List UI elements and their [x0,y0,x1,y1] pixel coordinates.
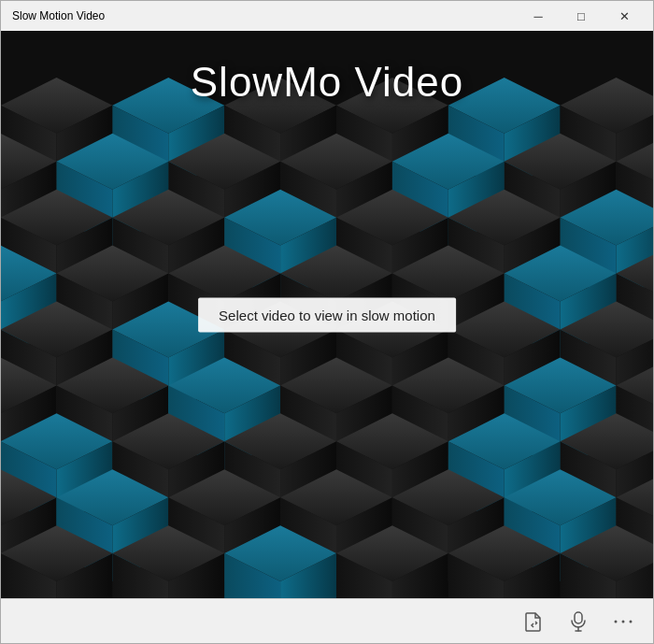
maximize-button[interactable]: □ [560,1,603,31]
more-icon [614,619,633,624]
content-area: SlowMo Video Select video to view in slo… [1,31,653,598]
titlebar: Slow Motion Video ─ □ ✕ [1,1,653,31]
file-button[interactable] [515,605,552,638]
app-title: SlowMo Video [191,59,463,106]
window-controls: ─ □ ✕ [517,1,646,31]
mic-icon [571,611,586,632]
main-window: Slow Motion Video ─ □ ✕ [0,0,654,644]
minimize-button[interactable]: ─ [517,1,560,31]
bottom-bar [1,598,653,643]
close-button[interactable]: ✕ [603,1,646,31]
svg-point-178 [615,620,618,623]
file-icon [524,611,543,632]
svg-rect-175 [575,612,582,623]
svg-point-180 [630,620,633,623]
mic-button[interactable] [560,605,597,638]
window-title: Slow Motion Video [12,9,105,22]
select-prompt: Select video to view in slow motion [198,297,456,332]
more-button[interactable] [604,605,642,638]
svg-point-179 [622,620,625,623]
